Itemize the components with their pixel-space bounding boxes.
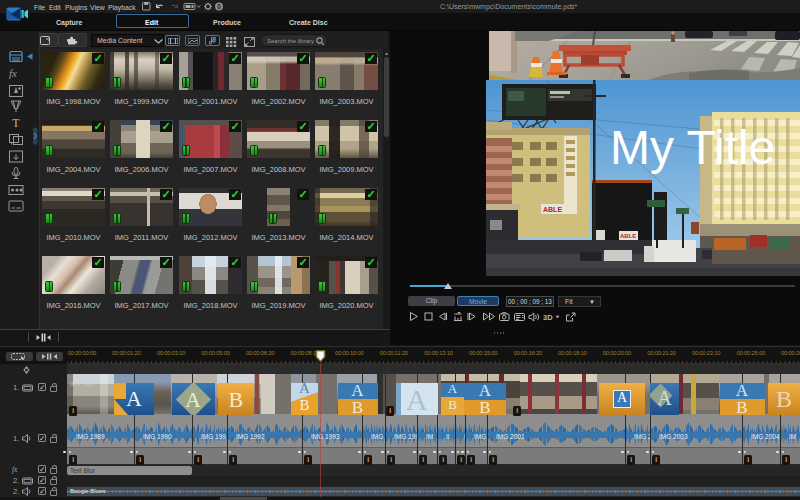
svg-text:T: T [12,116,20,130]
svg-text:fx: fx [9,67,17,79]
svg-text:ABLE: ABLE [543,206,562,213]
svg-text:0: 0 [217,3,221,10]
svg-text:My Title: My Title [610,121,775,174]
svg-text:3D: 3D [543,313,553,322]
svg-text:ABLE: ABLE [620,233,636,239]
